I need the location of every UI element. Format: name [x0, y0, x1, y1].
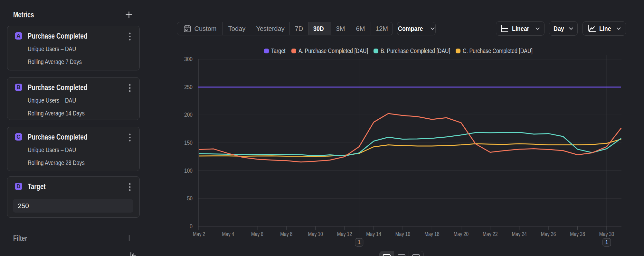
svg-text:May 28: May 28	[570, 231, 585, 237]
svg-text:May 18: May 18	[424, 231, 440, 237]
svg-text:250: 250	[184, 84, 193, 90]
svg-text:May 20: May 20	[454, 231, 469, 237]
svg-text:May 16: May 16	[395, 231, 411, 237]
svg-text:May 8: May 8	[280, 231, 292, 237]
svg-text:May 24: May 24	[512, 231, 527, 237]
svg-text:May 4: May 4	[222, 231, 234, 237]
svg-text:0: 0	[190, 223, 193, 230]
svg-text:100: 100	[184, 167, 193, 174]
svg-text:May 22: May 22	[483, 231, 498, 237]
svg-text:May 6: May 6	[251, 231, 263, 237]
svg-text:May 14: May 14	[366, 231, 381, 237]
svg-text:May 2: May 2	[193, 231, 205, 237]
svg-text:50: 50	[187, 195, 193, 202]
svg-text:200: 200	[184, 111, 193, 118]
svg-text:150: 150	[184, 139, 193, 146]
svg-text:300: 300	[184, 56, 193, 62]
svg-text:May 26: May 26	[541, 231, 556, 237]
svg-text:May 12: May 12	[337, 231, 352, 237]
svg-text:1: 1	[357, 239, 360, 245]
svg-text:1: 1	[605, 239, 608, 245]
svg-text:May 10: May 10	[308, 231, 323, 237]
